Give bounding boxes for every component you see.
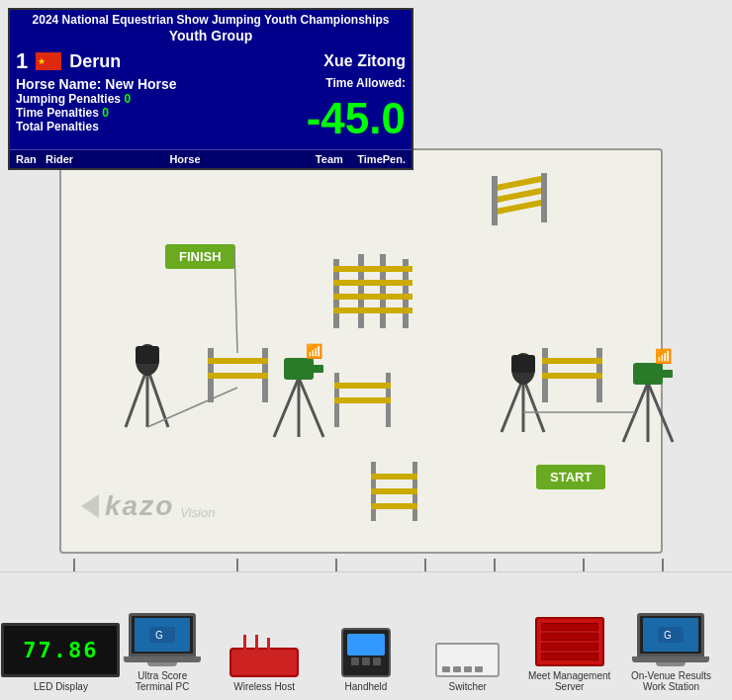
onvenue-img: G (632, 597, 709, 666)
led-display-img: 77.86 (1, 608, 120, 677)
big-time-display: -45.0 (307, 90, 406, 145)
svg-text:G: G (664, 630, 672, 641)
handheld-btn1 (351, 657, 359, 665)
svg-rect-45 (661, 370, 673, 378)
scoreboard-right: Time Allowed: -45.0 (307, 76, 406, 145)
svg-line-53 (234, 249, 237, 353)
equip-ultrapc: G Ultra ScoreTerminal PC (113, 597, 212, 692)
handheld-label: Handheld (345, 681, 388, 692)
server-label: Meet ManagementServer (528, 670, 610, 692)
col-team: Team (294, 153, 343, 165)
rider-name: Derun (69, 51, 316, 72)
wireless-img (229, 608, 299, 677)
svg-text:G: G (155, 630, 163, 641)
handheld-img (341, 608, 391, 677)
jumping-pen-value: 0 (124, 92, 131, 106)
equip-wireless: Wireless Host (215, 608, 314, 692)
scoreboard-info: Horse Name: New Horse Jumping Penalties … (10, 76, 412, 149)
scoreboard-table: Ran Rider Horse Team Time Pen. (10, 149, 412, 168)
router-antenna1 (243, 635, 246, 651)
server-slot4 (541, 653, 598, 660)
router-antenna3 (267, 638, 270, 652)
port1 (442, 666, 450, 672)
scoreboard-left: Horse Name: New Horse Jumping Penalties … (16, 76, 177, 133)
china-flag-icon (36, 52, 61, 70)
port4 (475, 666, 483, 672)
router-antenna2 (255, 635, 258, 651)
led-display-box: 77.86 (1, 623, 120, 677)
rider-name2: Xue Zitong (323, 52, 406, 70)
col-pen: Pen. (383, 153, 406, 165)
switcher-label: Switcher (449, 681, 487, 692)
scoreboard: 2024 National Equestrian Show Jumping Yo… (8, 8, 413, 170)
col-horse: Horse (169, 153, 293, 165)
equip-onvenue: G On-Venue ResultsWork Station (621, 597, 720, 692)
kazo-vision-text: Vision (180, 505, 215, 522)
server-slot2 (541, 633, 598, 641)
onvenue-laptop: G (632, 613, 709, 666)
kazo-logo: kazo Vision (81, 490, 215, 522)
handheld-screen (347, 634, 385, 656)
switcher-box (435, 643, 500, 677)
laptop-stand (147, 662, 177, 666)
horse-label: Horse Name: (16, 76, 101, 92)
handheld-btn3 (373, 657, 381, 665)
onvenue-stand (656, 662, 686, 666)
time-allowed-label: Time Allowed: (307, 76, 406, 90)
col-time: Time (343, 153, 383, 165)
time-pen-value: 0 (102, 106, 109, 120)
server-img (535, 597, 604, 666)
equip-server: Meet ManagementServer (520, 597, 619, 692)
server-box (535, 617, 604, 666)
led-text-display: 77.86 (23, 638, 98, 662)
onvenue-label: On-Venue ResultsWork Station (631, 670, 711, 692)
port3 (464, 666, 472, 672)
kazo-text: kazo (105, 490, 174, 522)
equip-led: 77.86 LED Display (11, 608, 110, 692)
ultrapc-label: Ultra ScoreTerminal PC (136, 670, 189, 692)
switcher-ports (442, 666, 493, 672)
equip-handheld: Handheld (317, 608, 415, 692)
onvenue-screen: G (637, 613, 704, 656)
jumping-pen-label: Jumping Penalties (16, 92, 121, 106)
wireless-label: Wireless Host (233, 681, 295, 692)
time-penalties: Time Penalties 0 (16, 106, 177, 120)
jumping-penalties: Jumping Penalties 0 (16, 92, 177, 106)
router-container (229, 648, 299, 677)
ultrapc-img: G (124, 597, 201, 666)
led-label: LED Display (34, 681, 88, 692)
total-pen-label: Total Penalties (16, 120, 99, 133)
laptop-screen-inner: G (135, 618, 190, 652)
server-slot3 (541, 643, 598, 651)
svg-line-52 (147, 388, 237, 427)
laptop-screen: G (129, 613, 196, 656)
horse-name: New Horse (105, 76, 176, 92)
total-penalties: Total Penalties (16, 120, 177, 133)
laptop-screen-icon: G (147, 625, 177, 645)
server-slot1 (541, 623, 598, 631)
port2 (453, 666, 461, 672)
col-ran: Ran (16, 153, 46, 165)
kazo-arrow-icon (81, 494, 99, 518)
time-pen-label: Time Penalties (16, 106, 99, 120)
equip-switcher: Switcher (418, 608, 517, 692)
switcher-img (435, 608, 500, 677)
horse-name-row: Horse Name: New Horse (16, 76, 177, 92)
rider-number: 1 (16, 48, 28, 74)
onvenue-screen-inner: G (643, 618, 698, 652)
handheld-device (341, 628, 391, 677)
arena-field: FINISH START (59, 148, 663, 554)
equipment-section: 77.86 LED Display G Ultra ScoreTe (0, 571, 732, 700)
scoreboard-group: Youth Group (10, 28, 412, 46)
onvenue-screen-icon: G (656, 625, 686, 645)
router-box (229, 648, 299, 677)
handheld-buttons (351, 657, 381, 665)
handheld-btn2 (362, 657, 370, 665)
col-rider: Rider (46, 153, 169, 165)
scoreboard-rider-row: 1 Derun Xue Zitong (10, 46, 412, 76)
table-header-row: Ran Rider Horse Team Time Pen. (10, 150, 412, 168)
scoreboard-title: 2024 National Equestrian Show Jumping Yo… (10, 10, 412, 28)
ultrapc-laptop: G (124, 613, 201, 666)
